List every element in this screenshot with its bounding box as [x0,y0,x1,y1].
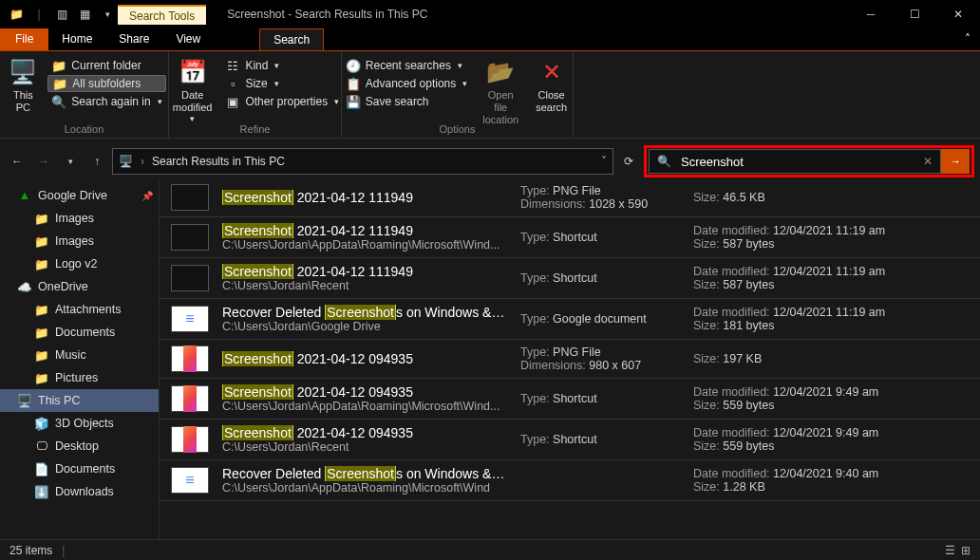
tree-item[interactable]: 📁Images [0,207,159,230]
result-row[interactable]: ≡Recover Deleted Screenshots on Windows … [160,460,980,501]
kind-option[interactable]: ☷Kind▾ [221,57,343,74]
all-subfolders-option[interactable]: 📁All subfolders [47,75,165,92]
result-row[interactable]: Screenshot 2021-04-12 111949Type: PNG Fi… [160,178,980,217]
result-row[interactable]: Screenshot 2021-04-12 111949C:\Users\Jor… [160,258,980,299]
size-option[interactable]: ▫Size▾ [221,75,343,92]
tree-item[interactable]: 🖥️This PC [0,389,159,412]
refresh-button[interactable]: ⟳ [617,155,640,168]
explorer-icon: 📁 [6,4,27,25]
tree-item[interactable]: ☁️OneDrive [0,275,159,298]
recent-searches-option[interactable]: 🕘Recent searches▾ [342,57,471,74]
search-highlight: Screenshot [325,305,396,320]
tab-share[interactable]: Share [105,28,162,50]
tree-item-label: Documents [55,326,115,339]
tree-item[interactable]: 📄Documents [0,457,159,480]
maximize-button[interactable]: ☐ [893,0,936,28]
open-file-location-button[interactable]: 📂 Open file location [477,55,524,129]
thumbnail [171,224,209,251]
up-button[interactable]: ↑ [85,150,108,173]
tree-item[interactable]: 📁Images [0,230,159,252]
new-folder-icon[interactable]: ▦ [74,4,95,25]
result-row[interactable]: Screenshot 2021-04-12 111949C:\Users\Jor… [160,217,980,258]
search-highlight: Screenshot [222,384,293,400]
properties-icon[interactable]: ▥ [51,4,72,25]
ribbon-tabs: File Home Share View Search ˄ [0,28,980,51]
this-pc-button[interactable]: 🖥️ This PC [2,55,44,116]
thumbnail [171,184,209,211]
clear-search-icon[interactable]: ✕ [923,155,933,168]
onedrive-icon: ☁️ [17,279,32,294]
tree-item[interactable]: 🖵Desktop [0,435,159,457]
tree-item-label: 3D Objects [55,417,114,430]
folder-icon: 📁 [34,302,49,317]
kind-label: Kind [245,59,268,72]
large-icons-view-icon[interactable]: ⊞ [961,544,971,557]
tree-item-label: Images [55,234,94,248]
tree-item-label: Documents [55,462,115,476]
search-icon: 🔍 [51,94,66,109]
tree-item[interactable]: 📁Attachments [0,298,159,321]
navigation-pane[interactable]: ▲Google Drive📌📁Images📁Images📁Logo v2☁️On… [0,178,160,547]
tree-item[interactable]: 🧊3D Objects [0,412,159,435]
tree-item[interactable]: 📁Documents [0,321,159,344]
tree-item[interactable]: 📁Music [0,344,159,366]
qat-dropdown-icon[interactable]: ▾ [97,4,118,25]
result-path: C:\Users\Jordan\AppData\Roaming\Microsof… [222,400,507,413]
search-again-in-option[interactable]: 🔍Search again in▾ [47,93,165,110]
result-name: Screenshot 2021-04-12 111949 [222,190,507,205]
folder-icon: 📁 [34,325,49,340]
search-tools-context-tab[interactable]: Search Tools [118,5,206,25]
tree-item-label: Attachments [55,303,121,316]
close-button[interactable]: ✕ [936,0,980,28]
result-path: C:\Users\Jordan\Recent [222,440,507,454]
search-input[interactable] [681,155,914,169]
save-search-option[interactable]: 💾Save search [342,93,471,110]
ribbon: 🖥️ This PC 📁Current folder 📁All subfolde… [0,51,980,139]
tree-item-label: Logo v2 [55,257,97,271]
result-row[interactable]: Screenshot 2021-04-12 094935Type: PNG Fi… [160,340,980,379]
search-highlight: Screenshot [222,351,293,366]
result-type-col: Type: Google document [520,312,680,326]
date-modified-button[interactable]: 📅 Date modified▾ [167,55,218,126]
search-go-button[interactable]: → [941,149,970,174]
search-results[interactable]: Screenshot 2021-04-12 111949Type: PNG Fi… [160,178,980,547]
options-group-label: Options [342,123,573,135]
forward-button[interactable]: → [32,150,55,173]
collapse-ribbon-icon[interactable]: ˄ [955,28,980,50]
tree-item-label: Downloads [55,485,114,498]
properties-icon: ▣ [225,94,240,109]
chevron-down-icon[interactable]: ˅ [601,155,607,168]
result-meta-col: Date modified: 12/04/2021 11:19 amSize: … [693,224,885,251]
details-view-icon[interactable]: ☰ [945,544,955,557]
current-folder-option[interactable]: 📁Current folder [47,57,165,74]
folder-icon: 📁 [51,58,66,73]
address-bar[interactable]: 🖥️ › Search Results in This PC ˅ [112,148,613,175]
result-row[interactable]: ≡Recover Deleted Screenshots on Windows … [160,299,980,340]
recent-locations-icon[interactable]: ▾ [59,150,82,173]
back-button[interactable]: ← [6,150,28,173]
open-location-icon: 📂 [485,57,516,87]
other-properties-option[interactable]: ▣Other properties▾ [221,93,343,110]
result-row[interactable]: Screenshot 2021-04-12 094935C:\Users\Jor… [160,420,980,460]
close-search-button[interactable]: ✕ Close search [530,55,573,116]
desktop-icon: 🖵 [34,439,49,454]
thumbnail [171,385,209,412]
result-name: Screenshot 2021-04-12 094935 [222,425,507,440]
search-box[interactable]: 🔍 ✕ [649,149,941,174]
tree-item[interactable]: 📁Pictures [0,366,159,389]
tree-item-label: Music [55,348,86,362]
kind-icon: ☷ [225,58,240,73]
minimize-button[interactable]: ─ [849,0,893,28]
tab-search[interactable]: Search [259,28,324,50]
result-row[interactable]: Screenshot 2021-04-12 094935C:\Users\Jor… [160,379,980,420]
downloads-icon: ⬇️ [34,484,49,499]
tab-view[interactable]: View [162,28,214,50]
tree-item[interactable]: ▲Google Drive📌 [0,184,159,207]
tab-file[interactable]: File [0,28,48,50]
tree-item[interactable]: ⬇️Downloads [0,480,159,503]
tab-home[interactable]: Home [48,28,105,50]
result-type-col: Type: PNG FileDimensions: 1028 x 590 [520,184,680,211]
advanced-options[interactable]: 📋Advanced options▾ [342,75,471,92]
tree-item[interactable]: 📁Logo v2 [0,252,159,275]
close-icon: ✕ [537,57,567,87]
